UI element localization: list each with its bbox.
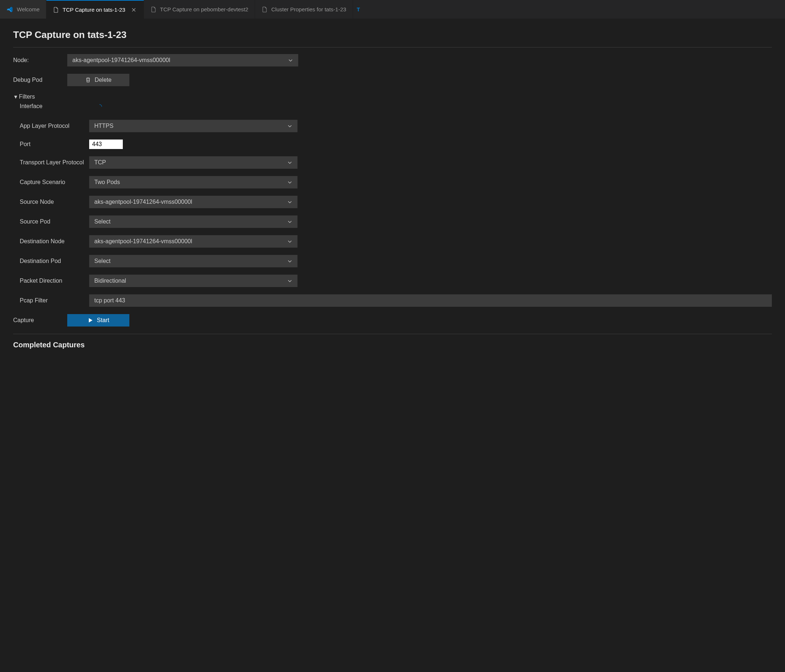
- direction-value: Bidirectional: [94, 278, 126, 284]
- chevron-down-icon: [288, 58, 293, 63]
- dest-node-dropdown[interactable]: aks-agentpool-19741264-vmss00000l: [89, 235, 297, 248]
- file-icon: [262, 6, 267, 12]
- scenario-label: Capture Scenario: [20, 179, 89, 186]
- content-area: TCP Capture on tats-1-23 Node: aks-agent…: [0, 19, 785, 359]
- app-protocol-value: HTTPS: [94, 123, 113, 129]
- loading-spinner-icon: ◝: [99, 102, 102, 110]
- transport-value: TCP: [94, 159, 106, 166]
- tab-welcome-label: Welcome: [17, 6, 39, 12]
- start-label: Start: [97, 317, 109, 324]
- chevron-down-icon: [287, 160, 292, 165]
- tab-overflow[interactable]: T: [353, 0, 364, 19]
- vscode-logo-icon: [6, 6, 13, 13]
- scenario-value: Two Pods: [94, 179, 120, 186]
- completed-captures-title: Completed Captures: [13, 341, 772, 349]
- delete-label: Delete: [95, 77, 111, 83]
- start-button[interactable]: Start: [67, 314, 129, 326]
- divider: [13, 47, 772, 47]
- node-value: aks-agentpool-19741264-vmss00000l: [72, 57, 170, 64]
- direction-label: Packet Direction: [20, 278, 89, 284]
- scenario-dropdown[interactable]: Two Pods: [89, 176, 297, 189]
- filters-toggle[interactable]: ▼ Filters: [13, 94, 772, 100]
- chevron-down-icon: [287, 259, 292, 263]
- node-dropdown[interactable]: aks-agentpool-19741264-vmss00000l: [67, 54, 298, 67]
- chevron-down-icon: [287, 239, 292, 244]
- dest-node-label: Destination Node: [20, 238, 89, 245]
- source-node-row: Source Node aks-agentpool-19741264-vmss0…: [20, 196, 772, 208]
- app-protocol-row: App Layer Protocol HTTPS: [20, 120, 772, 132]
- pcap-input[interactable]: [89, 295, 772, 307]
- capture-row: Capture Start: [13, 314, 772, 326]
- filters-label: Filters: [19, 94, 35, 100]
- source-pod-row: Source Pod Select: [20, 215, 772, 228]
- app-protocol-dropdown[interactable]: HTTPS: [89, 120, 297, 132]
- source-node-label: Source Node: [20, 199, 89, 205]
- port-input[interactable]: [89, 140, 123, 149]
- transport-dropdown[interactable]: TCP: [89, 156, 297, 169]
- chevron-down-icon: [287, 180, 292, 185]
- debug-pod-label: Debug Pod: [13, 77, 67, 83]
- tab-tcp-capture-pebomber[interactable]: TCP Capture on pebomber-devtest2: [144, 0, 255, 19]
- source-node-dropdown[interactable]: aks-agentpool-19741264-vmss00000l: [89, 196, 297, 208]
- tab-tcp-capture-tats[interactable]: TCP Capture on tats-1-23: [47, 0, 144, 19]
- tab-overflow-label: T: [357, 6, 360, 12]
- tab-label: TCP Capture on tats-1-23: [63, 6, 125, 13]
- dest-pod-label: Destination Pod: [20, 258, 89, 264]
- tabs-bar: Welcome TCP Capture on tats-1-23 TCP Cap…: [0, 0, 785, 19]
- file-icon: [53, 7, 59, 13]
- interface-label: Interface: [20, 103, 89, 109]
- tab-welcome[interactable]: Welcome: [0, 0, 47, 19]
- chevron-down-icon: [287, 123, 292, 129]
- node-row: Node: aks-agentpool-19741264-vmss00000l: [13, 54, 772, 67]
- page-title: TCP Capture on tats-1-23: [13, 29, 772, 41]
- scenario-row: Capture Scenario Two Pods: [20, 176, 772, 189]
- direction-row: Packet Direction Bidirectional: [20, 274, 772, 287]
- capture-label: Capture: [13, 317, 67, 324]
- trash-icon: [85, 77, 91, 83]
- transport-label: Transport Layer Protocol: [20, 159, 89, 166]
- pcap-row: Pcap Filter: [20, 295, 772, 307]
- app-protocol-label: App Layer Protocol: [20, 123, 89, 129]
- divider: [13, 334, 772, 334]
- transport-row: Transport Layer Protocol TCP: [20, 156, 772, 169]
- source-pod-label: Source Pod: [20, 218, 89, 225]
- dest-node-value: aks-agentpool-19741264-vmss00000l: [94, 238, 192, 245]
- direction-dropdown[interactable]: Bidirectional: [89, 274, 297, 287]
- node-label: Node:: [13, 57, 67, 64]
- dest-pod-dropdown[interactable]: Select: [89, 255, 297, 267]
- pcap-label: Pcap Filter: [20, 297, 89, 304]
- collapse-triangle-icon: ▼: [13, 94, 18, 100]
- source-pod-value: Select: [94, 218, 110, 225]
- interface-row: Interface ◝: [20, 102, 772, 110]
- delete-button[interactable]: Delete: [67, 74, 129, 86]
- tab-label: TCP Capture on pebomber-devtest2: [160, 6, 249, 12]
- filters-section: Interface ◝ App Layer Protocol HTTPS Por…: [13, 102, 772, 307]
- file-icon: [150, 6, 156, 12]
- debug-pod-row: Debug Pod Delete: [13, 74, 772, 86]
- chevron-down-icon: [287, 219, 292, 224]
- dest-node-row: Destination Node aks-agentpool-19741264-…: [20, 235, 772, 248]
- play-icon: [88, 317, 93, 323]
- port-label: Port: [20, 141, 89, 148]
- dest-pod-row: Destination Pod Select: [20, 255, 772, 267]
- tab-cluster-properties[interactable]: Cluster Properties for tats-1-23: [255, 0, 353, 19]
- chevron-down-icon: [287, 278, 292, 284]
- source-node-value: aks-agentpool-19741264-vmss00000l: [94, 199, 192, 205]
- tab-label: Cluster Properties for tats-1-23: [271, 6, 346, 12]
- dest-pod-value: Select: [94, 258, 110, 264]
- source-pod-dropdown[interactable]: Select: [89, 215, 297, 228]
- port-row: Port: [20, 140, 772, 149]
- chevron-down-icon: [287, 200, 292, 204]
- close-icon[interactable]: [130, 6, 137, 13]
